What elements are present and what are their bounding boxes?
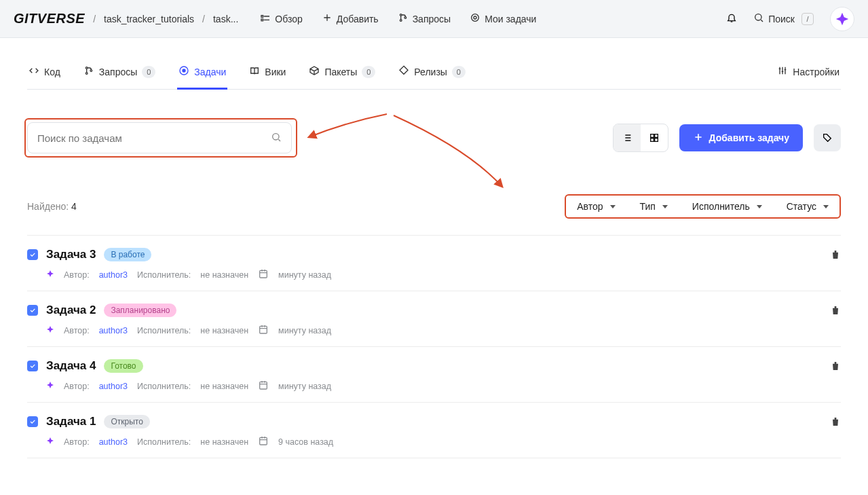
filter-author-label: Автор bbox=[577, 201, 603, 212]
merge-icon bbox=[398, 12, 409, 25]
task-checkbox[interactable] bbox=[27, 249, 38, 260]
breadcrumb-repo[interactable]: task_tracker_tutorials bbox=[104, 14, 194, 24]
app-icon bbox=[46, 381, 54, 391]
svg-rect-21 bbox=[260, 437, 267, 445]
view-toggle bbox=[613, 124, 668, 152]
task-checkbox[interactable] bbox=[27, 361, 38, 371]
task-row[interactable]: Задача 3 В работе Автор: author3 Исполни… bbox=[27, 235, 841, 291]
topnav-add[interactable]: Добавить bbox=[322, 12, 379, 25]
topnav-search[interactable]: Поиск / bbox=[753, 12, 814, 25]
tab-code[interactable]: Код bbox=[27, 58, 62, 90]
task-checkbox[interactable] bbox=[27, 416, 38, 427]
tab-requests[interactable]: Запросы 0 bbox=[82, 58, 157, 90]
manage-tags-button[interactable] bbox=[814, 124, 841, 151]
tab-releases[interactable]: Релизы 0 bbox=[397, 58, 467, 90]
assignee-label: Исполнитель: bbox=[137, 437, 191, 447]
author-label: Автор: bbox=[64, 437, 90, 447]
view-grid-button[interactable] bbox=[641, 124, 668, 151]
author-link[interactable]: author3 bbox=[99, 437, 128, 447]
app-icon bbox=[46, 270, 54, 280]
brand-logo[interactable]: GITVERSE bbox=[14, 11, 85, 26]
app-icon bbox=[46, 325, 54, 335]
task-title[interactable]: Задача 4 bbox=[46, 359, 96, 373]
task-title[interactable]: Задача 2 bbox=[46, 304, 96, 317]
bell-icon[interactable] bbox=[726, 12, 737, 25]
svg-point-8 bbox=[86, 67, 88, 69]
author-link[interactable]: author3 bbox=[99, 270, 128, 280]
results-row: Найдено: 4 Автор Тип Исполнитель Статус bbox=[27, 194, 841, 219]
search-icon bbox=[753, 12, 764, 25]
assignee-value: не назначен bbox=[200, 326, 248, 335]
svg-point-6 bbox=[474, 16, 476, 19]
found-number: 4 bbox=[71, 201, 77, 212]
task-time: минуту назад bbox=[278, 270, 331, 280]
chevron-down-icon bbox=[610, 205, 616, 208]
tab-packages-badge: 0 bbox=[362, 66, 375, 78]
filter-type-label: Тип bbox=[640, 201, 656, 212]
topnav-mytasks[interactable]: Мои задачи bbox=[470, 12, 536, 25]
task-title[interactable]: Задача 3 bbox=[46, 248, 96, 261]
tab-tasks-label: Задачи bbox=[194, 67, 226, 77]
view-list-button[interactable] bbox=[614, 124, 641, 151]
status-badge: Готово bbox=[104, 359, 143, 373]
filter-assignee-label: Исполнитель bbox=[692, 201, 750, 212]
topnav-overview-label: Обзор bbox=[275, 14, 302, 24]
delete-task-button[interactable] bbox=[830, 361, 841, 371]
svg-rect-0 bbox=[261, 16, 263, 18]
topnav-mytasks-label: Мои задачи bbox=[485, 14, 536, 24]
filter-status[interactable]: Статус bbox=[787, 201, 829, 212]
svg-rect-20 bbox=[260, 382, 267, 389]
overview-icon bbox=[260, 12, 271, 25]
task-checkbox[interactable] bbox=[27, 305, 38, 316]
svg-point-9 bbox=[86, 73, 88, 75]
task-title[interactable]: Задача 1 bbox=[46, 415, 96, 428]
task-search[interactable] bbox=[27, 122, 292, 153]
tab-settings-label: Настройки bbox=[793, 67, 839, 77]
tab-settings[interactable]: Настройки bbox=[776, 58, 841, 90]
assignee-value: не назначен bbox=[200, 382, 248, 391]
tag-icon bbox=[398, 65, 409, 78]
delete-task-button[interactable] bbox=[830, 305, 841, 316]
author-link[interactable]: author3 bbox=[99, 326, 128, 335]
tab-wiki[interactable]: Вики bbox=[248, 58, 287, 90]
avatar[interactable] bbox=[830, 7, 854, 31]
chevron-down-icon bbox=[757, 205, 762, 208]
tab-code-label: Код bbox=[44, 67, 60, 77]
assignee-value: не назначен bbox=[200, 270, 248, 280]
separator: / bbox=[202, 14, 205, 24]
svg-point-4 bbox=[404, 17, 407, 19]
svg-rect-14 bbox=[650, 134, 654, 138]
settings-icon bbox=[777, 65, 788, 78]
tab-packages[interactable]: Пакеты 0 bbox=[307, 58, 377, 90]
status-badge: В работе bbox=[104, 248, 151, 261]
tab-tasks[interactable]: Задачи bbox=[177, 58, 227, 90]
svg-rect-17 bbox=[654, 139, 658, 142]
target-icon bbox=[470, 12, 480, 25]
assignee-label: Исполнитель: bbox=[137, 270, 191, 280]
svg-rect-16 bbox=[650, 139, 654, 142]
chevron-down-icon bbox=[823, 205, 829, 208]
filter-author[interactable]: Автор bbox=[577, 201, 615, 212]
status-badge: Запланировано bbox=[104, 304, 176, 317]
author-link[interactable]: author3 bbox=[99, 382, 128, 391]
topnav-requests[interactable]: Запросы bbox=[398, 12, 451, 25]
list-icon bbox=[622, 132, 633, 143]
task-row[interactable]: Задача 2 Запланировано Автор: author3 Ис… bbox=[27, 291, 841, 346]
assignee-label: Исполнитель: bbox=[137, 382, 191, 391]
delete-task-button[interactable] bbox=[830, 416, 841, 427]
filters-bar: Автор Тип Исполнитель Статус bbox=[565, 194, 841, 219]
filter-status-label: Статус bbox=[787, 201, 816, 212]
filter-type[interactable]: Тип bbox=[640, 201, 668, 212]
breadcrumb-sub[interactable]: task... bbox=[213, 14, 238, 24]
svg-rect-1 bbox=[261, 19, 263, 21]
tasks-toolbar: Добавить задачу bbox=[27, 122, 841, 153]
topnav: Обзор Добавить Запросы Мои задачи bbox=[260, 12, 536, 25]
task-row[interactable]: Задача 1 Открыто Автор: author3 Исполнит… bbox=[27, 402, 841, 458]
add-task-button[interactable]: Добавить задачу bbox=[679, 124, 804, 151]
svg-rect-15 bbox=[654, 134, 658, 138]
topnav-overview[interactable]: Обзор bbox=[260, 12, 302, 25]
filter-assignee[interactable]: Исполнитель bbox=[692, 201, 762, 212]
task-row[interactable]: Задача 4 Готово Автор: author3 Исполните… bbox=[27, 346, 841, 402]
delete-task-button[interactable] bbox=[830, 249, 841, 260]
task-search-input[interactable] bbox=[37, 132, 271, 144]
